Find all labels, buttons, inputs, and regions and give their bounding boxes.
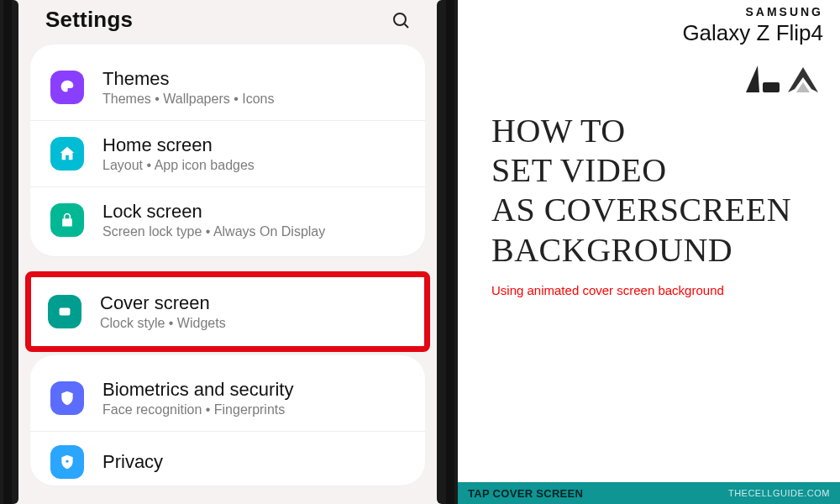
howto-line: SET VIDEO bbox=[491, 150, 823, 190]
home-icon bbox=[50, 137, 84, 171]
privacy-icon bbox=[50, 445, 84, 479]
item-sub: Face recognition • Fingerprints bbox=[102, 402, 405, 417]
svg-point-0 bbox=[394, 13, 406, 25]
item-title: Themes bbox=[102, 68, 405, 90]
search-icon bbox=[391, 10, 411, 30]
item-sub: Themes • Wallpapers • Icons bbox=[102, 92, 405, 107]
svg-marker-4 bbox=[746, 66, 759, 92]
item-texts: Home screen Layout • App icon badges bbox=[102, 134, 405, 173]
item-texts: Cover screen Clock style • Widgets bbox=[100, 292, 407, 331]
search-button[interactable] bbox=[388, 8, 413, 33]
shield-icon bbox=[50, 381, 84, 415]
settings-item-lockscreen[interactable]: Lock screen Screen lock type • Always On… bbox=[30, 186, 425, 253]
settings-item-privacy[interactable]: Privacy bbox=[30, 431, 425, 482]
themes-icon bbox=[50, 71, 84, 104]
settings-item-themes[interactable]: Themes Themes • Wallpapers • Icons bbox=[30, 55, 425, 120]
svg-point-3 bbox=[66, 460, 68, 463]
brand-maker: SAMSUNG bbox=[682, 5, 823, 18]
tutorial-slide: Settings Themes Themes • Wallpapers • Ic… bbox=[0, 0, 840, 504]
item-title: Biometrics and security bbox=[102, 379, 405, 401]
item-texts: Lock screen Screen lock type • Always On… bbox=[102, 201, 405, 239]
caption-credit: THECELLGUIDE.COM bbox=[728, 488, 830, 498]
howto-heading: HOW TO SET VIDEO AS COVERSCREEN BACKGROU… bbox=[491, 111, 823, 297]
page-title: Settings bbox=[45, 7, 133, 33]
item-title: Home screen bbox=[102, 134, 405, 156]
caption-text: TAP COVER SCREEN bbox=[468, 487, 583, 500]
settings-item-biometrics[interactable]: Biometrics and security Face recognition… bbox=[30, 365, 425, 431]
settings-header: Settings bbox=[18, 0, 437, 45]
highlight-coverscreen: Cover screen Clock style • Widgets bbox=[25, 271, 430, 352]
phone-frame-left bbox=[0, 0, 18, 504]
phone-frame-right bbox=[437, 0, 458, 504]
item-texts: Biometrics and security Face recognition… bbox=[102, 379, 405, 417]
lock-icon bbox=[50, 203, 84, 237]
article-pane: SAMSUNG Galaxy Z Flip4 HOW TO SET VIDEO … bbox=[458, 0, 840, 504]
brand-block: SAMSUNG Galaxy Z Flip4 bbox=[682, 5, 823, 46]
phone-mock: Settings Themes Themes • Wallpapers • Ic… bbox=[0, 0, 458, 504]
settings-item-homescreen[interactable]: Home screen Layout • App icon badges bbox=[30, 120, 425, 186]
svg-rect-5 bbox=[763, 82, 780, 92]
settings-screen: Settings Themes Themes • Wallpapers • Ic… bbox=[18, 0, 437, 504]
coverscreen-icon bbox=[48, 295, 81, 328]
item-texts: Privacy bbox=[102, 451, 405, 473]
settings-group: Biometrics and security Face recognition… bbox=[30, 355, 425, 486]
caption-bar: TAP COVER SCREEN THECELLGUIDE.COM bbox=[458, 482, 840, 504]
item-title: Privacy bbox=[102, 451, 405, 473]
item-sub: Screen lock type • Always On Display bbox=[102, 224, 405, 239]
item-texts: Themes Themes • Wallpapers • Icons bbox=[102, 68, 405, 107]
howto-line: AS COVERSCREEN bbox=[491, 190, 823, 229]
howto-line: HOW TO bbox=[491, 111, 823, 150]
howto-line: BACKGROUND bbox=[491, 230, 823, 270]
item-title: Cover screen bbox=[100, 292, 407, 314]
item-title: Lock screen bbox=[102, 201, 405, 223]
item-sub: Layout • App icon badges bbox=[102, 158, 405, 173]
svg-line-1 bbox=[405, 24, 409, 28]
settings-group: Themes Themes • Wallpapers • Icons Home … bbox=[30, 45, 425, 256]
brand-model: Galaxy Z Flip4 bbox=[682, 20, 823, 46]
svg-rect-2 bbox=[60, 307, 71, 315]
settings-item-coverscreen[interactable]: Cover screen Clock style • Widgets bbox=[31, 277, 424, 346]
item-sub: Clock style • Widgets bbox=[100, 316, 407, 331]
brand-art-icon bbox=[738, 59, 822, 101]
howto-subtitle: Using animated cover screen background bbox=[491, 283, 823, 297]
